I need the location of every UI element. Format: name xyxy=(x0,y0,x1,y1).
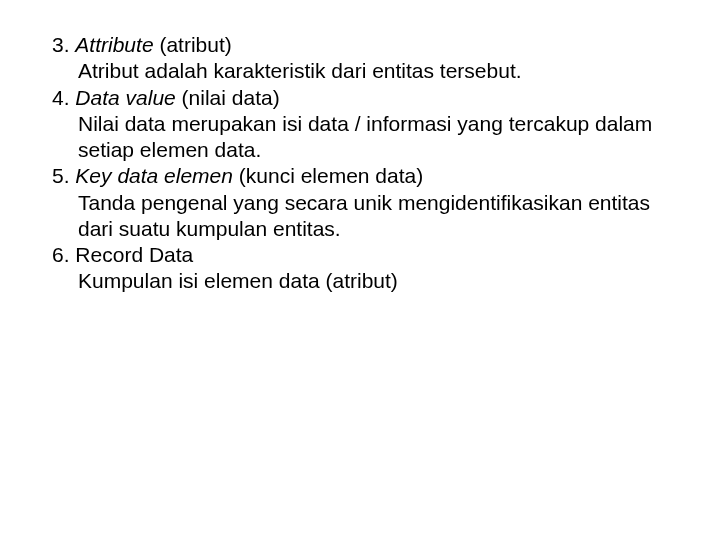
item-number: 5. xyxy=(52,164,75,187)
item-title-plain: (nilai data) xyxy=(176,86,280,109)
list-item: 6. Record Data Kumpulan isi elemen data … xyxy=(52,242,668,295)
item-description: Kumpulan isi elemen data (atribut) xyxy=(52,268,668,294)
item-heading: 5. Key data elemen (kunci elemen data) xyxy=(52,163,668,189)
list-item: 3. Attribute (atribut) Atribut adalah ka… xyxy=(52,32,668,85)
document-content: 3. Attribute (atribut) Atribut adalah ka… xyxy=(52,32,668,295)
item-description: Nilai data merupakan isi data / informas… xyxy=(52,111,668,164)
item-number: 6. xyxy=(52,243,75,266)
item-title-plain: (atribut) xyxy=(154,33,232,56)
item-heading: 6. Record Data xyxy=(52,242,668,268)
item-heading: 3. Attribute (atribut) xyxy=(52,32,668,58)
item-title-italic: Key data elemen xyxy=(75,164,233,187)
item-title-plain: (kunci elemen data) xyxy=(233,164,423,187)
item-number: 3. xyxy=(52,33,75,56)
item-title-italic: Data value xyxy=(75,86,175,109)
item-number: 4. xyxy=(52,86,75,109)
item-description: Tanda pengenal yang secara unik mengiden… xyxy=(52,190,668,243)
item-title-plain: Record Data xyxy=(75,243,193,266)
item-description: Atribut adalah karakteristik dari entita… xyxy=(52,58,668,84)
list-item: 4. Data value (nilai data) Nilai data me… xyxy=(52,85,668,164)
list-item: 5. Key data elemen (kunci elemen data) T… xyxy=(52,163,668,242)
item-title-italic: Attribute xyxy=(75,33,153,56)
item-heading: 4. Data value (nilai data) xyxy=(52,85,668,111)
